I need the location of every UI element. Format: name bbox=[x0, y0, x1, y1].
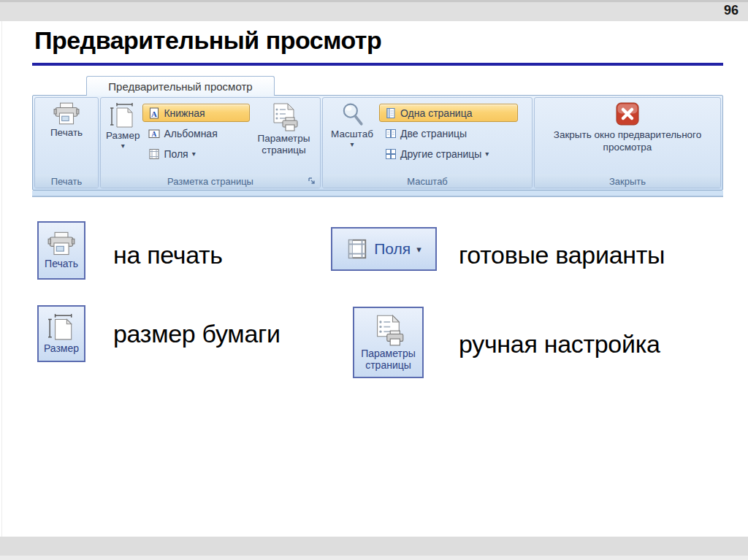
printer-icon bbox=[47, 231, 75, 256]
group-footer-zoom: Масштаб bbox=[323, 174, 532, 188]
dropdown-arrow-icon: ▾ bbox=[350, 142, 354, 147]
margins-icon bbox=[346, 238, 368, 260]
description-paper-size: размер бумаги bbox=[113, 320, 280, 348]
ribbon-group-page-layout: Размер ▾ A Книжная bbox=[100, 97, 321, 188]
margins-button-label: Поля bbox=[164, 148, 188, 160]
ribbon-group-zoom: Масштаб ▾ bbox=[322, 97, 533, 188]
description-page-setup: ручная настройка bbox=[459, 330, 660, 358]
dialog-launcher-button[interactable] bbox=[308, 177, 317, 186]
page-setup-button-label: Параметры страницы bbox=[253, 133, 315, 156]
description-margins: готовые варианты bbox=[459, 241, 665, 269]
slide-top-band bbox=[0, 0, 748, 21]
callout-margins-label: Поля bbox=[374, 240, 411, 258]
ribbon-group-print: Печать Печать bbox=[34, 97, 99, 188]
paper-size-icon bbox=[110, 102, 136, 129]
more-pages-icon bbox=[385, 148, 397, 160]
callout-margins-button[interactable]: Поля ▾ bbox=[331, 227, 437, 271]
close-print-preview-button-label: Закрыть окно предварительного просмотра bbox=[543, 129, 711, 154]
slide-bottom-band bbox=[0, 537, 748, 556]
group-footer-close: Закрыть bbox=[535, 174, 720, 188]
callout-paper-size-label: Размер bbox=[44, 342, 79, 354]
description-print: на печать bbox=[113, 241, 223, 269]
paper-size-button-label: Размер bbox=[106, 130, 140, 142]
printer-icon bbox=[53, 102, 80, 126]
landscape-button-label: Альбомная bbox=[164, 128, 217, 139]
portrait-button-label: Книжная bbox=[164, 107, 205, 119]
zoom-button[interactable]: Масштаб ▾ bbox=[325, 101, 379, 148]
ribbon-body: Печать Печать bbox=[32, 95, 723, 191]
paper-size-icon bbox=[47, 313, 75, 341]
page-setup-button[interactable]: Параметры страницы bbox=[250, 101, 318, 157]
svg-text:A: A bbox=[151, 109, 157, 118]
portrait-orientation-icon: A bbox=[148, 107, 160, 119]
page-setup-icon bbox=[270, 102, 299, 131]
one-page-button[interactable]: Одна страница bbox=[379, 104, 518, 122]
callout-paper-size-button[interactable]: Размер bbox=[37, 305, 85, 362]
svg-text:A: A bbox=[152, 130, 157, 137]
two-pages-icon bbox=[385, 128, 397, 139]
close-icon bbox=[616, 102, 639, 126]
dropdown-arrow-icon: ▾ bbox=[416, 247, 421, 252]
callout-page-setup-button[interactable]: Параметры страницы bbox=[353, 307, 424, 378]
paper-size-button[interactable]: Размер ▾ bbox=[103, 101, 142, 150]
slide-left-border bbox=[1, 21, 2, 537]
callout-page-setup-label: Параметры страницы bbox=[354, 348, 422, 371]
dropdown-arrow-icon: ▾ bbox=[485, 150, 489, 158]
margins-button[interactable]: Поля ▾ bbox=[142, 145, 250, 163]
page-number: 96 bbox=[724, 3, 739, 18]
one-page-button-label: Одна страница bbox=[400, 107, 473, 119]
group-footer-print-label: Печать bbox=[51, 176, 83, 187]
two-pages-button-label: Две страницы bbox=[400, 128, 467, 139]
slide-bottom-strip bbox=[0, 556, 748, 560]
dropdown-arrow-icon: ▾ bbox=[121, 143, 125, 148]
group-footer-close-label: Закрыть bbox=[609, 176, 646, 187]
ribbon-group-close: Закрыть окно предварительного просмотра … bbox=[534, 97, 721, 188]
margins-icon bbox=[148, 148, 160, 160]
print-preview-ribbon: Предварительный просмотр bbox=[32, 76, 723, 196]
more-pages-button-label: Другие страницы bbox=[400, 148, 481, 160]
page-title: Предварительный просмотр bbox=[34, 26, 381, 55]
group-footer-print: Печать bbox=[35, 174, 98, 188]
dropdown-arrow-icon: ▾ bbox=[192, 150, 196, 158]
group-footer-page-layout-label: Разметка страницы bbox=[167, 176, 253, 187]
close-print-preview-button[interactable]: Закрыть окно предварительного просмотра bbox=[543, 102, 711, 154]
title-underline bbox=[32, 63, 723, 66]
print-button-label: Печать bbox=[50, 127, 83, 139]
page-setup-icon bbox=[373, 314, 405, 346]
one-page-icon bbox=[385, 107, 397, 119]
magnifier-icon bbox=[340, 102, 364, 127]
portrait-button[interactable]: A Книжная bbox=[142, 104, 250, 122]
group-footer-zoom-label: Масштаб bbox=[407, 176, 448, 187]
zoom-button-label: Масштаб bbox=[331, 129, 373, 140]
landscape-orientation-icon: A bbox=[148, 128, 160, 139]
tab-print-preview[interactable]: Предварительный просмотр bbox=[86, 76, 275, 96]
tab-print-preview-label: Предварительный просмотр bbox=[108, 80, 252, 93]
group-footer-page-layout: Разметка страницы bbox=[101, 174, 320, 188]
print-button[interactable]: Печать bbox=[47, 101, 85, 140]
more-pages-button[interactable]: Другие страницы ▾ bbox=[379, 145, 518, 163]
ribbon-lower-strip bbox=[32, 191, 723, 197]
callout-print-button[interactable]: Печать bbox=[37, 221, 85, 280]
landscape-button[interactable]: A Альбомная bbox=[142, 124, 250, 142]
two-pages-button[interactable]: Две страницы bbox=[379, 124, 518, 142]
callout-print-label: Печать bbox=[45, 258, 78, 269]
